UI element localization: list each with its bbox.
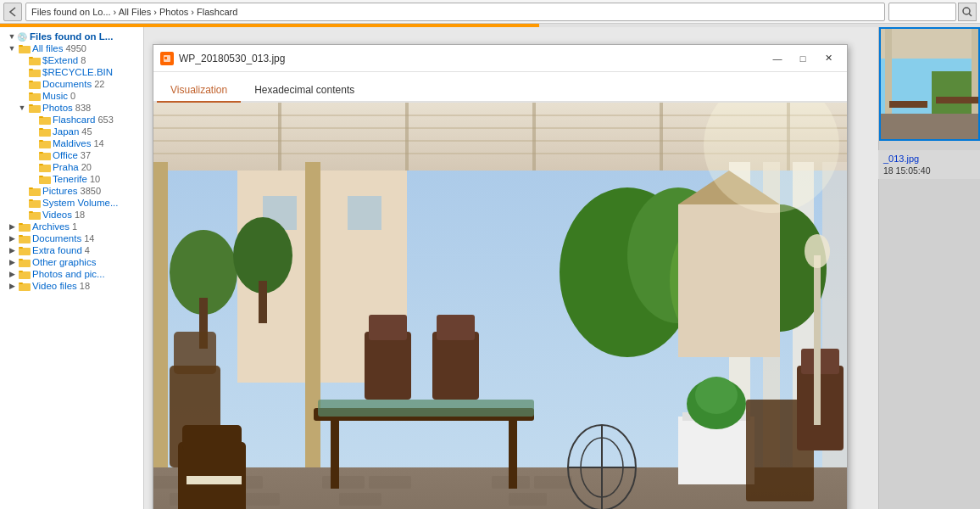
sidebar-item-root[interactable]: ▼ 💿 Files found on L... [0, 31, 143, 42]
search-input[interactable] [888, 3, 956, 21]
svg-rect-74 [305, 162, 320, 509]
svg-rect-13 [29, 105, 41, 113]
sidebar-item-praha[interactable]: Praha 20 [0, 161, 143, 173]
file-info-panel: _013.jpg 18 15:05:40 [878, 150, 980, 179]
sidebar-item-documents1[interactable]: Documents 22 [0, 78, 143, 90]
folder-icon-videofiles [19, 281, 31, 291]
svg-rect-14 [29, 104, 33, 106]
sidebar-item-all-files[interactable]: ▼ All files 4950 [0, 42, 143, 54]
folder-icon-allfiles [19, 43, 31, 53]
svg-rect-93 [322, 476, 365, 489]
svg-rect-124 [182, 425, 242, 450]
sidebar-label-japan: Japan [53, 126, 79, 137]
svg-rect-40 [19, 259, 23, 260]
sidebar-count-pictures: 3850 [81, 186, 101, 196]
svg-rect-92 [246, 493, 280, 506]
sidebar-item-office[interactable]: Office 37 [0, 149, 143, 161]
sidebar-item-recycle[interactable]: $RECYCLE.BIN [0, 66, 143, 78]
expand-icon-flashcard [27, 115, 37, 125]
folder-icon-photos [29, 103, 41, 113]
sidebar-label-sysvolume: System Volume... [42, 198, 118, 208]
folder-icon-flashcard [39, 115, 51, 125]
sidebar-item-systemvolume[interactable]: System Volume... [0, 197, 143, 209]
sidebar-count-office: 37 [81, 150, 91, 160]
sidebar-item-music[interactable]: Music 0 [0, 90, 143, 102]
modal-tabs: Visualization Hexadecimal contents [153, 72, 847, 103]
sidebar-item-extend[interactable]: $Extend 8 [0, 54, 143, 66]
sidebar-label-praha: Praha [53, 162, 79, 172]
sidebar-item-othergraphics[interactable]: ▶ Other graphics [0, 256, 143, 268]
svg-rect-104 [318, 400, 534, 417]
sidebar-item-maldives[interactable]: Maldives 14 [0, 137, 143, 149]
svg-rect-29 [29, 200, 41, 208]
sidebar-count-videofiles: 18 [80, 281, 90, 291]
modal-content [153, 103, 847, 509]
svg-rect-43 [19, 283, 31, 291]
sidebar-item-photos[interactable]: ▼ Photos 838 [0, 102, 143, 114]
window-controls: — □ ✕ [766, 49, 840, 68]
sidebar-item-extrafound[interactable]: ▶ Extra found 4 [0, 244, 143, 256]
svg-rect-84 [678, 204, 780, 357]
file-info-name: _013.jpg [883, 154, 975, 164]
svg-rect-105 [365, 332, 411, 400]
sidebar-count-music: 0 [70, 91, 75, 101]
expand-icon-music [17, 91, 27, 101]
sidebar-item-japan[interactable]: Japan 45 [0, 126, 143, 137]
sidebar-item-archives[interactable]: ▶ Archives 1 [0, 221, 143, 232]
expand-icon-photos: ▼ [17, 103, 27, 113]
expand-icon-tenerife [27, 174, 37, 184]
expand-icon-sysvolume [17, 198, 27, 208]
sidebar-count-archives: 1 [72, 221, 77, 232]
svg-rect-11 [29, 93, 41, 101]
svg-rect-63 [259, 281, 267, 323]
svg-rect-106 [369, 315, 407, 340]
svg-rect-12 [29, 92, 33, 94]
svg-rect-94 [369, 476, 411, 489]
sidebar-item-videos[interactable]: Videos 18 [0, 209, 143, 221]
main-layout: ▼ 💿 Files found on L... ▼ All files 4950… [0, 27, 980, 509]
sidebar-label-photos: Photos [42, 103, 73, 113]
sidebar-label-photospic: Photos and pic... [32, 269, 105, 279]
sidebar-item-documents2[interactable]: ▶ Documents 14 [0, 232, 143, 244]
modal-titlebar: WP_20180530_013.jpg — □ ✕ [153, 45, 847, 72]
sidebar-count-maldives: 14 [93, 138, 103, 148]
svg-rect-126 [814, 255, 821, 425]
sidebar-item-videofiles[interactable]: ▶ Video files 18 [0, 280, 143, 292]
svg-rect-100 [174, 332, 216, 374]
search-button[interactable] [958, 3, 977, 21]
breadcrumb[interactable]: Files found on Lo... › All Files › Photo… [25, 3, 885, 21]
sidebar-item-tenerife[interactable]: Tenerife 10 [0, 173, 143, 185]
minimize-button[interactable]: — [766, 49, 789, 68]
sidebar-label-videofiles: Video files [32, 281, 77, 291]
svg-rect-54 [164, 57, 167, 59]
folder-icon-sysvolume [29, 198, 41, 208]
svg-rect-22 [39, 152, 43, 154]
expand-icon-docs2: ▶ [7, 233, 17, 243]
svg-rect-23 [39, 165, 51, 172]
svg-rect-41 [19, 271, 31, 279]
back-button[interactable] [3, 3, 22, 21]
svg-rect-36 [19, 235, 23, 237]
svg-rect-18 [39, 128, 43, 130]
svg-rect-59 [348, 196, 381, 230]
expand-icon-pictures [17, 186, 27, 196]
thumbnail-image-1 [881, 29, 980, 139]
sidebar-item-photospic[interactable]: ▶ Photos and pic... [0, 268, 143, 280]
svg-rect-6 [29, 57, 33, 59]
sidebar-label-allfiles: All files [32, 43, 63, 53]
sidebar-label-othergraphics: Other graphics [32, 257, 96, 267]
sidebar-count-flashcard: 653 [98, 115, 114, 125]
photo-display [153, 103, 847, 509]
close-button[interactable]: ✕ [816, 49, 840, 68]
svg-rect-28 [29, 187, 33, 189]
expand-icon-office [27, 150, 37, 160]
modal-app-icon [160, 52, 174, 65]
expand-icon-maldives [27, 138, 37, 148]
tab-hexadecimal[interactable]: Hexadecimal contents [241, 79, 368, 103]
thumbnail-selected[interactable] [879, 27, 980, 141]
maximize-button[interactable]: □ [791, 49, 815, 68]
expand-icon-othergraphics: ▶ [7, 257, 17, 267]
tab-visualization[interactable]: Visualization [157, 79, 241, 103]
sidebar-item-flashcard[interactable]: Flashcard 653 [0, 114, 143, 126]
sidebar-item-pictures[interactable]: Pictures 3850 [0, 185, 143, 197]
